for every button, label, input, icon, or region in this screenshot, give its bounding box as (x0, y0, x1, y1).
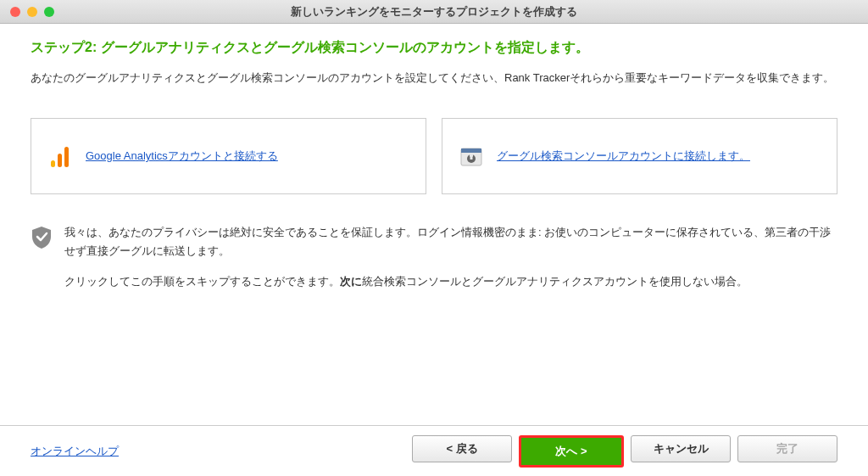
content-area: ステップ2: グーグルアナリティクスとグーグル検索コンソールのアカウントを指定し… (0, 24, 868, 425)
minimize-icon[interactable] (27, 7, 37, 17)
search-console-connect-link[interactable]: グーグル検索コンソールアカウントに接続します。 (497, 148, 750, 164)
privacy-section: 我々は、あなたのプライバシーは絶対に安全であることを保証します。ログイン情報機密… (31, 223, 837, 303)
svg-rect-0 (51, 160, 55, 167)
svg-rect-1 (58, 154, 62, 167)
close-icon[interactable] (10, 7, 20, 17)
next-button[interactable]: 次へ > (519, 435, 624, 468)
step-description: あなたのグーグルアナリティクスとグーグル検索コンソールのアカウントを設定してくだ… (31, 69, 837, 87)
cancel-button[interactable]: キャンセル (631, 435, 731, 462)
svg-rect-2 (64, 147, 69, 167)
shield-icon (31, 225, 53, 303)
online-help-link[interactable]: オンラインヘルプ (31, 444, 119, 459)
step-heading: ステップ2: グーグルアナリティクスとグーグル検索コンソールのアカウントを指定し… (31, 39, 837, 57)
analytics-connect-link[interactable]: Google Analyticsアカウントと接続する (86, 148, 278, 164)
wizard-window: 新しいランキングをモニターするプロジェクトを作成する ステップ2: グーグルアナ… (0, 0, 868, 476)
privacy-text: 我々は、あなたのプライバシーは絶対に安全であることを保証します。ログイン情報機密… (64, 223, 837, 303)
finish-button: 完了 (737, 435, 837, 462)
analytics-icon (45, 141, 75, 171)
footer: オンラインヘルプ < 戻る 次へ > キャンセル 完了 (0, 425, 868, 476)
back-button[interactable]: < 戻る (412, 435, 512, 462)
svg-rect-4 (461, 148, 481, 153)
privacy-line-2: クリックしてこの手順をスキップすることができます。次に統合検索コンソールとグーグ… (64, 272, 837, 291)
search-console-card[interactable]: グーグル検索コンソールアカウントに接続します。 (442, 118, 837, 194)
footer-buttons: < 戻る 次へ > キャンセル 完了 (412, 435, 837, 468)
titlebar: 新しいランキングをモニターするプロジェクトを作成する (0, 0, 868, 24)
window-title: 新しいランキングをモニターするプロジェクトを作成する (0, 4, 868, 20)
maximize-icon[interactable] (44, 7, 54, 17)
google-analytics-card[interactable]: Google Analyticsアカウントと接続する (31, 118, 426, 194)
connection-cards: Google Analyticsアカウントと接続する グーグル検索コンソールアカ… (31, 118, 837, 194)
search-console-icon (456, 141, 487, 171)
window-controls (10, 7, 54, 17)
svg-point-7 (470, 154, 473, 157)
privacy-line-1: 我々は、あなたのプライバシーは絶対に安全であることを保証します。ログイン情報機密… (64, 223, 837, 260)
